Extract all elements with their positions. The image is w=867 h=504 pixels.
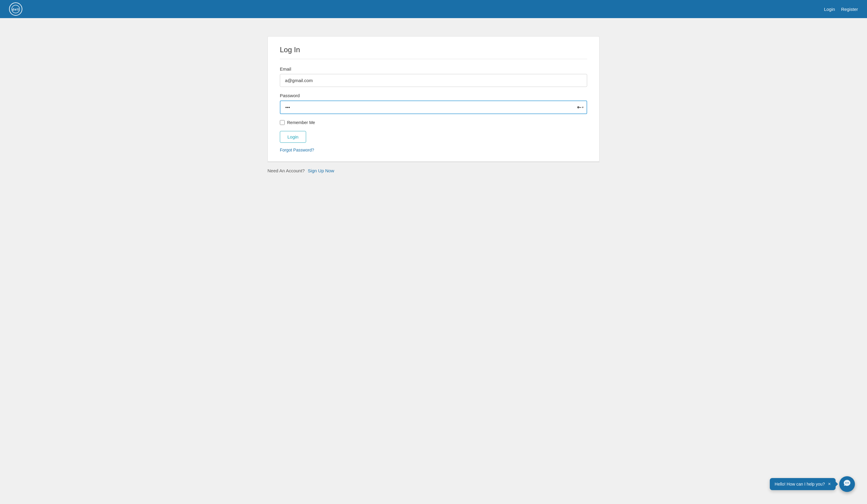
email-input[interactable] [280,74,587,87]
dell-logo-svg: dell [11,5,20,13]
dell-logo: dell [9,2,22,16]
chat-tooltip-text: Hello! How can I help you? [775,482,825,486]
forgot-password-link[interactable]: Forgot Password? [280,148,587,152]
svg-point-3 [847,483,848,483]
password-toggle-icon[interactable]: 🔑︎▾ [577,105,584,110]
signup-link[interactable]: Sign Up Now [308,168,334,173]
signup-section: Need An Account? Sign Up Now [267,168,600,173]
remember-me-checkbox[interactable] [280,120,285,125]
login-title: Log In [280,45,587,59]
login-card: Log In Email Password 🔑︎▾ Remember Me Lo… [267,36,600,162]
signup-prompt: Need An Account? [267,168,304,173]
chat-close-button[interactable]: × [828,482,831,486]
remember-me-group: Remember Me [280,120,587,125]
main-content: Log In Email Password 🔑︎▾ Remember Me Lo… [216,18,651,191]
nav-register-link[interactable]: Register [841,7,858,12]
chat-tooltip: Hello! How can I help you? × [770,478,836,490]
password-label: Password [280,93,587,98]
password-wrapper: 🔑︎▾ [280,100,587,114]
remember-me-label[interactable]: Remember Me [287,120,315,125]
header-nav: Login Register [824,7,858,12]
email-label: Email [280,66,587,72]
header: dell Login Register [0,0,867,18]
svg-text:dell: dell [12,8,19,11]
nav-login-link[interactable]: Login [824,7,835,12]
chat-open-button[interactable] [839,476,855,492]
divider [267,162,600,162]
chat-icon [843,479,851,489]
svg-point-4 [848,483,849,483]
chat-widget: Hello! How can I help you? × [770,476,855,492]
logo-container: dell [9,2,22,16]
svg-point-2 [845,483,846,483]
password-input[interactable] [280,100,587,114]
login-button[interactable]: Login [280,131,306,143]
password-group: Password 🔑︎▾ [280,93,587,114]
email-group: Email [280,66,587,87]
